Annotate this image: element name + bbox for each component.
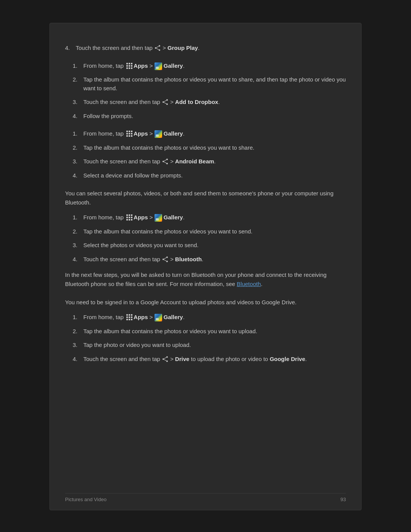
svg-rect-9 — [129, 65, 130, 67]
gallery-icon — [155, 214, 162, 222]
svg-point-29 — [162, 161, 164, 162]
google-drive-intro: You need to be signed in to a Google Acc… — [65, 298, 346, 307]
svg-point-42 — [166, 256, 168, 258]
svg-line-32 — [164, 162, 166, 163]
svg-rect-34 — [129, 214, 130, 216]
step-number: 3. — [73, 157, 83, 166]
svg-rect-35 — [131, 214, 132, 216]
svg-rect-27 — [131, 135, 132, 137]
step-content: Tap the album that contains the photos o… — [83, 144, 346, 152]
svg-point-28 — [166, 159, 168, 160]
section-android-beam: 1. From home, tap — [65, 129, 346, 180]
dropbox-steps: 1. From home, tap — [65, 62, 346, 121]
svg-rect-51 — [129, 316, 130, 318]
share-icon — [162, 158, 168, 165]
share-icon — [155, 45, 161, 51]
svg-rect-38 — [131, 217, 132, 218]
step-number: 1. — [73, 213, 83, 222]
step-content: From home, tap — [83, 213, 346, 222]
section-bluetooth: You can select several photos, videos, o… — [65, 189, 346, 289]
gallery-label: Gallery — [164, 62, 183, 69]
apps-label: Apps — [134, 130, 148, 137]
step-number: 4. — [73, 171, 83, 180]
svg-line-31 — [164, 160, 166, 161]
step-number: 1. — [73, 313, 83, 322]
svg-rect-41 — [131, 219, 132, 220]
svg-line-45 — [164, 257, 166, 259]
svg-rect-26 — [129, 135, 130, 137]
step-content: Touch the screen and then tap > Group Pl… — [76, 44, 346, 53]
gallery-icon — [155, 62, 162, 70]
gallery-label: Gallery — [164, 214, 183, 220]
svg-point-56 — [166, 356, 168, 358]
svg-point-44 — [166, 260, 168, 262]
step-content: Select the photos or videos you want to … — [83, 241, 346, 250]
google-drive-steps: 1. From home, tap — [65, 313, 346, 363]
step-number: 2. — [73, 227, 83, 236]
svg-point-58 — [166, 360, 168, 362]
google-drive-label: Google Drive — [270, 356, 305, 362]
svg-rect-49 — [131, 314, 132, 316]
bluetooth-steps: 1. From home, tap — [65, 213, 346, 264]
apps-label: Apps — [134, 214, 148, 220]
step-number: 2. — [73, 75, 83, 84]
svg-point-16 — [166, 104, 168, 105]
step-item: 3. Touch the screen and then tap — [73, 157, 346, 166]
step-item: 4. Follow the prompts. — [73, 112, 346, 121]
step-content: Touch the screen and then tap > Add to D… — [83, 98, 346, 107]
step-content: Tap the photo or video you want to uploa… — [83, 341, 346, 350]
step-number: 4. — [73, 112, 83, 121]
svg-rect-53 — [126, 319, 128, 320]
svg-point-1 — [155, 47, 156, 49]
svg-line-60 — [164, 359, 166, 361]
apps-icon — [126, 62, 133, 69]
svg-rect-52 — [131, 316, 132, 318]
svg-point-57 — [162, 358, 164, 360]
step-content: Tap the album that contains the photos o… — [83, 327, 346, 336]
gallery-icon — [155, 314, 162, 321]
svg-point-14 — [166, 99, 168, 101]
svg-point-15 — [162, 101, 164, 103]
svg-rect-54 — [129, 319, 130, 320]
svg-line-3 — [156, 46, 159, 48]
step-number: 1. — [73, 129, 83, 138]
svg-rect-5 — [126, 63, 128, 64]
footer-page-number: 93 — [341, 497, 346, 502]
step-content: Tap the album that contains the photos o… — [83, 227, 346, 236]
step-content: Follow the prompts. — [83, 112, 346, 121]
bluetooth-intro: You can select several photos, videos, o… — [65, 189, 346, 207]
action-label: Android Beam — [175, 158, 214, 165]
content-block: 4. Touch the screen and then tap — [49, 23, 362, 510]
apps-label: Apps — [134, 314, 148, 320]
svg-rect-33 — [126, 214, 128, 216]
svg-rect-50 — [126, 316, 128, 318]
svg-line-59 — [164, 357, 166, 359]
step-item: 1. From home, tap — [73, 129, 346, 138]
step-item: 3. Tap the photo or video you want to up… — [73, 341, 346, 350]
step-number: 3. — [73, 341, 83, 350]
svg-rect-7 — [131, 63, 132, 64]
step-number: 4. — [73, 355, 83, 364]
svg-rect-24 — [131, 133, 132, 134]
step-item: 4. Touch the screen and then tap — [73, 255, 346, 264]
bluetooth-link[interactable]: Bluetooth — [237, 281, 261, 287]
step-item: 4. Select a device and follow the prompt… — [73, 171, 346, 180]
svg-point-30 — [166, 163, 168, 165]
step-item: 2. Tap the album that contains the photo… — [73, 144, 346, 152]
step-item: 3. Touch the screen and then tap — [73, 98, 346, 107]
step-content: From home, tap — [83, 129, 346, 138]
step-item: 4. Touch the screen and then tap — [73, 355, 346, 364]
group-play-steps: 4. Touch the screen and then tap — [65, 44, 346, 53]
apps-icon — [126, 314, 133, 321]
action-label: Drive — [175, 356, 190, 362]
svg-rect-25 — [126, 135, 128, 137]
svg-rect-36 — [126, 217, 128, 218]
step-item: 1. From home, tap — [73, 313, 346, 322]
action-label: Bluetooth — [175, 256, 202, 262]
step-content: Touch the screen and then tap > Drive to… — [83, 355, 346, 364]
share-icon — [162, 99, 168, 105]
share-icon — [162, 256, 168, 262]
step-content: Tap the album that contains the photos o… — [83, 75, 346, 93]
svg-rect-55 — [131, 319, 132, 320]
svg-rect-37 — [129, 217, 130, 218]
